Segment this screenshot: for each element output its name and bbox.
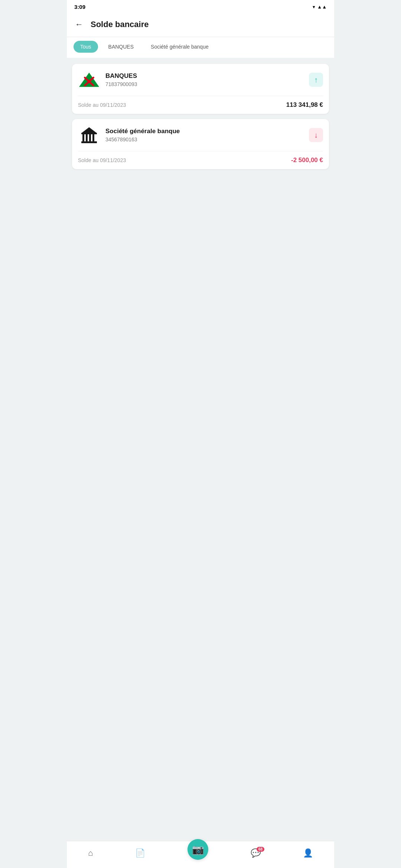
status-icons: ▾ ▲▲ <box>313 4 327 10</box>
status-bar: 3:09 ▾ ▲▲ <box>67 0 334 14</box>
solde-label-sg: Solde au 09/11/2023 <box>78 157 126 163</box>
home-icon: ⌂ <box>88 848 93 858</box>
camera-wrapper: 📷 <box>188 839 208 860</box>
profile-icon: 👤 <box>303 848 313 858</box>
bank-card-sg-left: Société générale banque 34567890163 <box>78 126 180 144</box>
bank-card-ca-top: BANQUES 71837900093 ↑ <box>72 64 329 96</box>
bank-account-sg: 34567890163 <box>105 137 180 142</box>
bank-card-sg-bottom: Solde au 09/11/2023 -2 500,00 € <box>72 151 329 169</box>
ca-logo <box>78 70 100 89</box>
status-time: 3:09 <box>74 4 85 10</box>
tab-tous[interactable]: Tous <box>74 41 98 53</box>
svg-rect-3 <box>81 141 97 143</box>
nav-docs[interactable]: 📄 <box>130 846 150 860</box>
docs-icon: 📄 <box>135 848 145 858</box>
bank-info-ca: BANQUES 71837900093 <box>105 72 137 87</box>
bottom-nav: ⌂ 📄 📷 💬 68 👤 <box>67 841 334 868</box>
bank-card-ca-left: BANQUES 71837900093 <box>78 70 137 89</box>
sg-logo <box>78 126 100 144</box>
nav-camera[interactable]: 📷 <box>182 844 213 862</box>
bank-account-ca: 71837900093 <box>105 81 137 87</box>
bank-card-sg-top: Société générale banque 34567890163 ↓ <box>72 119 329 151</box>
solde-value-sg: -2 500,00 € <box>291 157 323 164</box>
svg-rect-9 <box>81 133 97 134</box>
svg-rect-4 <box>82 134 84 141</box>
camera-icon: 📷 <box>192 844 204 855</box>
arrow-up-icon: ↑ <box>314 76 318 84</box>
header: ← Solde bancaire <box>67 14 334 37</box>
nav-profile[interactable]: 👤 <box>298 846 318 860</box>
bank-name-ca: BANQUES <box>105 72 137 80</box>
page-title: Solde bancaire <box>91 20 149 29</box>
bank-card-sg: Société générale banque 34567890163 ↓ So… <box>72 119 329 169</box>
svg-rect-6 <box>89 134 91 141</box>
main-content: BANQUES 71837900093 ↑ Solde au 09/11/202… <box>67 58 334 841</box>
bank-card-ca-bottom: Solde au 09/11/2023 113 341,98 € <box>72 96 329 114</box>
arrow-down-icon: ↓ <box>314 131 318 139</box>
svg-marker-0 <box>79 73 99 87</box>
svg-marker-8 <box>81 127 97 133</box>
svg-rect-5 <box>86 134 88 141</box>
trend-down-button-sg[interactable]: ↓ <box>309 128 323 142</box>
bank-name-sg: Société générale banque <box>105 128 180 135</box>
nav-chat[interactable]: 💬 68 <box>245 846 266 860</box>
filter-tabs: Tous BANQUES Société générale banque <box>67 37 334 58</box>
solde-value-ca: 113 341,98 € <box>286 101 323 109</box>
solde-label-ca: Solde au 09/11/2023 <box>78 102 126 108</box>
tab-sg[interactable]: Société générale banque <box>144 41 215 53</box>
signal-icon: ▲▲ <box>317 4 327 10</box>
svg-rect-7 <box>92 134 94 141</box>
bank-info-sg: Société générale banque 34567890163 <box>105 128 180 142</box>
nav-home[interactable]: ⌂ <box>83 846 98 860</box>
trend-up-button-ca[interactable]: ↑ <box>309 73 323 87</box>
chat-badge: 68 <box>257 847 264 852</box>
tab-banques[interactable]: BANQUES <box>102 41 140 53</box>
back-button[interactable]: ← <box>74 18 85 31</box>
wifi-icon: ▾ <box>313 4 315 10</box>
bank-card-ca: BANQUES 71837900093 ↑ Solde au 09/11/202… <box>72 64 329 114</box>
